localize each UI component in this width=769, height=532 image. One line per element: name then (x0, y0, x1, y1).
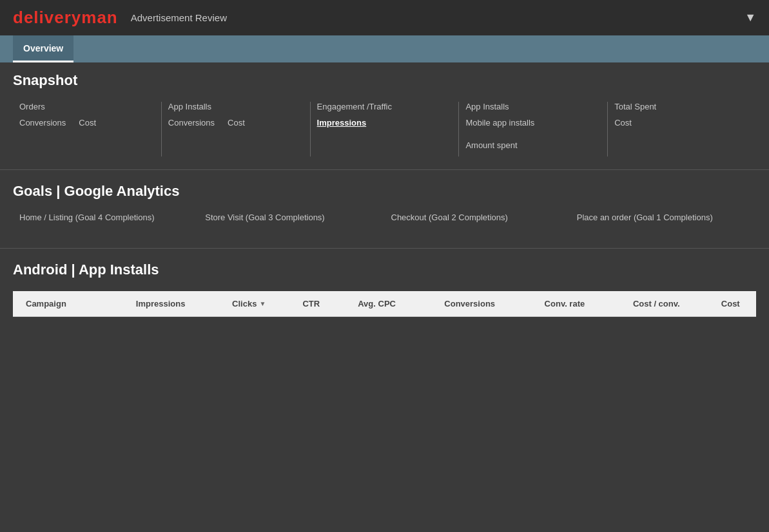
th-impressions[interactable]: Impressions (110, 291, 211, 317)
campaigns-table: Campaign Impressions Clicks ▼ CTR (13, 291, 756, 317)
snapshot-column-engagement: Engagement /Traffic Impressions (311, 102, 460, 157)
goals-item-2[interactable]: Checkout (Goal 2 Completions) (391, 213, 558, 222)
snapshot-metrics-orders: Conversions Cost (19, 118, 148, 128)
snapshot-metrics-mobile-appinstalls: Mobile app installs Amount spent (465, 118, 594, 150)
logo[interactable]: deliveryman (13, 8, 118, 28)
th-campaign[interactable]: Campaign (13, 291, 110, 317)
table-container: Campaign Impressions Clicks ▼ CTR (13, 291, 756, 317)
th-avg-cpc[interactable]: Avg. CPC (336, 291, 418, 317)
goals-title: Goals | Google Analytics (13, 183, 756, 200)
goals-column-0: Home / Listing (Goal 4 Completions) (13, 213, 199, 229)
snapshot-grid: Orders Conversions Cost App Installs Con… (13, 102, 756, 157)
snapshot-metric-amount-spent[interactable]: Amount spent (465, 140, 517, 150)
snapshot-metric-cost-appinstalls[interactable]: Cost (228, 118, 245, 128)
android-section: Android | App Installs Campaign Impressi… (0, 249, 769, 330)
snapshot-column-appinstalls: App Installs Conversions Cost (162, 102, 311, 157)
snapshot-title: Snapshot (13, 72, 756, 89)
header-title: Advertisement Review (131, 12, 227, 23)
snapshot-metrics-appinstalls: Conversions Cost (168, 118, 297, 128)
nav-bar: Overview (0, 35, 769, 62)
th-cost[interactable]: Cost (705, 291, 756, 317)
goals-column-1: Store Visit (Goal 3 Completions) (199, 213, 384, 229)
nav-item-overview[interactable]: Overview (13, 35, 73, 62)
th-conv-rate[interactable]: Conv. rate (521, 291, 608, 317)
goals-column-3: Place an order (Goal 1 Completions) (570, 213, 756, 229)
snapshot-metrics-engagement: Impressions (317, 118, 446, 128)
snapshot-metric-mobile-installs[interactable]: Mobile app installs (465, 118, 534, 128)
snapshot-col-title-mobile-appinstalls: App Installs (465, 102, 594, 111)
goals-item-0[interactable]: Home / Listing (Goal 4 Completions) (19, 213, 186, 222)
snapshot-metrics-totalspent: Cost (614, 118, 743, 128)
snapshot-metric-cost-orders[interactable]: Cost (79, 118, 96, 128)
snapshot-metric-cost-totalspent[interactable]: Cost (614, 118, 632, 128)
snapshot-column-totalspent: Total Spent Cost (608, 102, 756, 157)
goals-section: Goals | Google Analytics Home / Listing … (0, 170, 769, 249)
th-clicks[interactable]: Clicks ▼ (211, 291, 287, 317)
header: deliveryman Advertisement Review ▼ (0, 0, 769, 35)
goals-column-2: Checkout (Goal 2 Completions) (385, 213, 570, 229)
snapshot-metric-conversions-orders[interactable]: Conversions (19, 118, 66, 128)
snapshot-column-orders: Orders Conversions Cost (13, 102, 162, 157)
header-left: deliveryman Advertisement Review (13, 8, 227, 28)
clicks-sort-icon: ▼ (259, 300, 266, 307)
th-cost-conv[interactable]: Cost / conv. (608, 291, 705, 317)
snapshot-col-title-engagement: Engagement /Traffic (317, 102, 446, 111)
snapshot-metric-impressions-engagement[interactable]: Impressions (317, 118, 367, 128)
goals-grid: Home / Listing (Goal 4 Completions) Stor… (13, 213, 756, 229)
goals-item-3[interactable]: Place an order (Goal 1 Completions) (577, 213, 743, 222)
th-ctr[interactable]: CTR (287, 291, 336, 317)
th-conversions[interactable]: Conversions (418, 291, 521, 317)
snapshot-metric-conversions-appinstalls[interactable]: Conversions (168, 118, 215, 128)
snapshot-col-title-totalspent: Total Spent (614, 102, 743, 111)
snapshot-column-mobile-appinstalls: App Installs Mobile app installs Amount … (459, 102, 608, 157)
dropdown-icon[interactable]: ▼ (745, 11, 756, 24)
snapshot-section: Snapshot Orders Conversions Cost App Ins… (0, 62, 769, 170)
table-header-row: Campaign Impressions Clicks ▼ CTR (13, 291, 756, 317)
android-title: Android | App Installs (13, 261, 769, 278)
snapshot-col-title-orders: Orders (19, 102, 148, 111)
goals-item-1[interactable]: Store Visit (Goal 3 Completions) (205, 213, 371, 222)
snapshot-col-title-appinstalls: App Installs (168, 102, 297, 111)
